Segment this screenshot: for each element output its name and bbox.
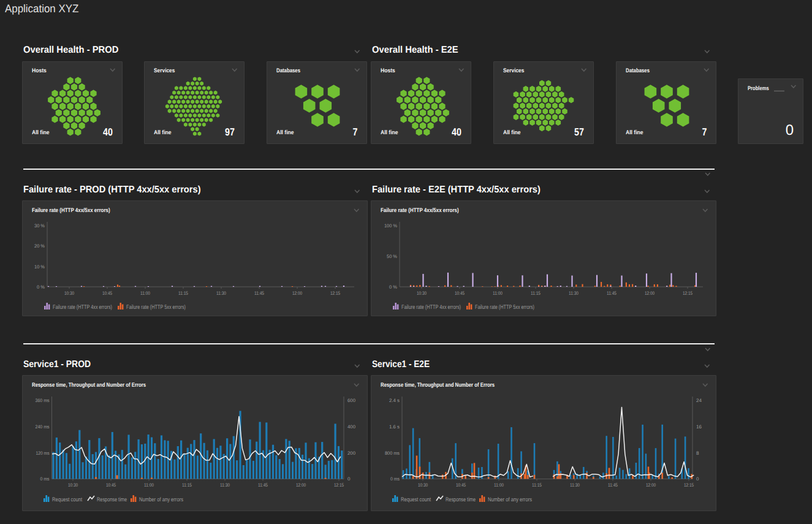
svg-text:11:00: 11:00 [140, 290, 150, 296]
svg-text:11:45: 11:45 [258, 482, 268, 488]
svg-text:11:45: 11:45 [608, 482, 618, 488]
svg-text:2.4 s: 2.4 s [389, 398, 400, 403]
svg-text:11:15: 11:15 [532, 482, 542, 488]
svg-text:24: 24 [696, 398, 702, 403]
svg-text:0 %: 0 % [37, 284, 45, 290]
svg-text:600: 600 [347, 398, 356, 403]
svg-text:Number of any errors: Number of any errors [139, 496, 183, 503]
svg-text:100 %: 100 % [384, 223, 397, 229]
svg-text:12:15: 12:15 [684, 482, 694, 488]
svg-text:11:00: 11:00 [144, 482, 154, 488]
svg-text:16: 16 [696, 424, 702, 430]
svg-text:360 ms: 360 ms [36, 398, 50, 403]
svg-text:11:30: 11:30 [569, 290, 579, 296]
svg-text:11:00: 11:00 [493, 290, 503, 296]
svg-text:120 ms: 120 ms [36, 450, 50, 456]
svg-text:10:45: 10:45 [456, 482, 466, 488]
svg-text:1.6 s: 1.6 s [389, 424, 400, 430]
svg-text:Request count: Request count [52, 496, 82, 503]
svg-text:11:15: 11:15 [182, 482, 192, 488]
svg-text:11:15: 11:15 [531, 290, 541, 296]
svg-text:Response time: Response time [446, 496, 476, 503]
svg-text:12:00: 12:00 [292, 290, 302, 296]
svg-text:Failure rate (HTTP 5xx errors): Failure rate (HTTP 5xx errors) [126, 304, 186, 311]
svg-text:10:45: 10:45 [106, 482, 116, 488]
svg-text:12:00: 12:00 [645, 290, 655, 296]
svg-text:11:30: 11:30 [570, 482, 580, 488]
svg-text:240 ms: 240 ms [36, 424, 50, 430]
svg-text:12:15: 12:15 [683, 290, 692, 296]
svg-text:12:15: 12:15 [330, 290, 340, 296]
svg-text:10:30: 10:30 [64, 290, 74, 296]
svg-text:800 ms: 800 ms [385, 450, 400, 456]
svg-text:8: 8 [696, 450, 699, 456]
svg-text:Failure rate (HTTP 5xx errors): Failure rate (HTTP 5xx errors) [475, 304, 534, 311]
svg-text:10:45: 10:45 [455, 290, 465, 296]
svg-text:Request count: Request count [401, 496, 431, 503]
svg-text:0: 0 [347, 476, 351, 482]
svg-text:10:30: 10:30 [417, 290, 427, 296]
svg-text:12:00: 12:00 [296, 482, 306, 488]
svg-text:Failure rate (HTTP 4xx errors): Failure rate (HTTP 4xx errors) [53, 304, 112, 311]
svg-text:11:00: 11:00 [494, 482, 504, 488]
svg-text:10:45: 10:45 [102, 290, 112, 296]
svg-text:0: 0 [696, 476, 699, 482]
svg-text:11:30: 11:30 [220, 482, 230, 488]
svg-text:11:45: 11:45 [607, 290, 617, 296]
svg-text:11:15: 11:15 [178, 290, 188, 296]
svg-text:10:30: 10:30 [68, 482, 78, 488]
svg-text:12:00: 12:00 [646, 482, 656, 488]
svg-text:Failure rate (HTTP 4xx errors): Failure rate (HTTP 4xx errors) [401, 304, 461, 311]
svg-text:0 %: 0 % [389, 284, 397, 290]
svg-text:200: 200 [347, 450, 356, 456]
svg-text:0 ms: 0 ms [390, 476, 400, 482]
svg-text:20 %: 20 % [34, 243, 45, 249]
svg-text:Number of any errors: Number of any errors [488, 496, 532, 503]
svg-text:12:15: 12:15 [334, 482, 344, 488]
svg-text:Response time: Response time [97, 496, 127, 503]
svg-text:0 ms: 0 ms [40, 476, 50, 482]
svg-text:11:30: 11:30 [216, 290, 226, 296]
svg-text:30 %: 30 % [34, 223, 45, 229]
svg-text:400: 400 [347, 424, 356, 430]
svg-text:11:45: 11:45 [254, 290, 264, 296]
svg-text:10:30: 10:30 [418, 482, 428, 488]
svg-text:50 %: 50 % [387, 254, 397, 259]
svg-text:10 %: 10 % [34, 264, 45, 270]
